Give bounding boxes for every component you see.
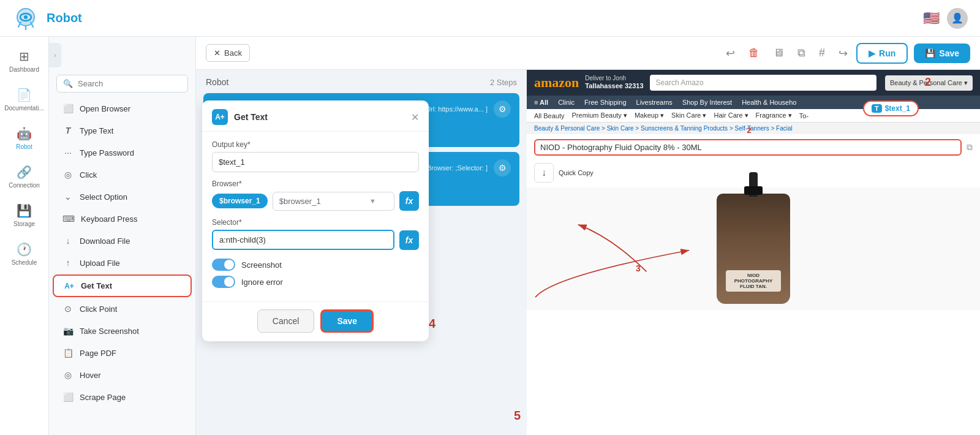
sidebar-item-scrape-page[interactable]: ⬜ Scrape Page <box>53 387 192 407</box>
subnav-all-beauty[interactable]: All Beauty <box>534 112 565 119</box>
nav-label-robot: Robot <box>16 143 32 150</box>
toolbar-actions: ↩ 🗑 🖥 ⧉ # ↪ <box>723 44 850 62</box>
left-nav: ⊞ Dashboard 📄 Documentati... 🤖 Robot 🔗 C… <box>0 37 49 435</box>
sidebar-item-hover[interactable]: ◎ Hover <box>53 365 192 385</box>
search-icon: 🔍 <box>63 79 73 88</box>
step-get-text-gear[interactable]: ⚙ <box>494 159 511 176</box>
product-image-area: NIODPHOTOGRAPHYFLUID TAN. <box>527 187 980 310</box>
open-browser-icon: ⬜ <box>62 104 74 113</box>
output-key-input[interactable] <box>212 152 419 172</box>
step-open-browser-gear[interactable]: ⚙ <box>494 100 511 118</box>
ignore-error-toggle-row: Ignore error <box>212 276 419 288</box>
steps-panel: Robot 2 Steps ⬜ Open Browser [ Url: http… <box>196 70 527 435</box>
sidebar-item-get-text[interactable]: A+ Get Text <box>53 274 192 297</box>
dashboard-icon: ⊞ <box>19 49 29 64</box>
scrape-page-icon: ⬜ <box>62 392 74 402</box>
search-input[interactable] <box>78 79 181 88</box>
browser-input[interactable] <box>273 192 394 211</box>
subnav-more[interactable]: To- <box>799 112 809 119</box>
product-title-bar: NIOD - Photography Fluid Opacity 8% - 30… <box>527 134 980 161</box>
amazon-nav-shopby[interactable]: Shop By Interest <box>682 99 732 106</box>
amazon-nav-all[interactable]: ≡ All <box>534 99 548 106</box>
nav-item-connection[interactable]: 🔗 Connection <box>3 159 46 195</box>
ignore-error-toggle[interactable] <box>212 276 235 288</box>
sidebar-label-click-point: Click Point <box>80 304 117 314</box>
text-badge-t2: T <box>872 104 882 113</box>
selector-fx-button[interactable]: fx <box>399 230 419 250</box>
get-text-modal: A+ Get Text ✕ Output key* Browser* $brow… <box>202 100 429 341</box>
step-get-text-info: [ Browser: ;Selector: ] <box>423 164 488 172</box>
redo-button[interactable]: ↪ <box>836 44 850 62</box>
amazon-nav-freeship[interactable]: Free Shipping <box>584 99 627 106</box>
sidebar-collapse-btn[interactable]: › <box>49 43 61 67</box>
subnav-skincare[interactable]: Skin Care ▾ <box>671 112 706 119</box>
top-bar-right: 🇺🇸 👤 <box>923 8 968 29</box>
nav-item-documentation[interactable]: 📄 Documentati... <box>3 81 46 118</box>
back-button[interactable]: ✕ Back <box>206 44 250 62</box>
subnav-haircare[interactable]: Hair Care ▾ <box>714 112 748 119</box>
sidebar-item-upload-file[interactable]: ↑ Upload File <box>53 252 192 273</box>
app-title: Robot <box>47 11 82 25</box>
nav-label-storage: Storage <box>13 221 35 227</box>
back-label: Back <box>224 48 242 58</box>
copy-icon[interactable]: ⧉ <box>967 142 973 153</box>
keyboard-press-icon: ⌨ <box>62 214 75 224</box>
delete-button[interactable]: 🗑 <box>746 44 762 62</box>
sidebar-item-download-file[interactable]: ↓ Download File <box>53 230 192 251</box>
sidebar-item-page-pdf[interactable]: 📋 Page PDF <box>53 342 192 363</box>
download-file-icon: ↓ <box>62 236 74 246</box>
connection-icon: 🔗 <box>17 165 32 180</box>
nav-item-storage[interactable]: 💾 Storage <box>3 197 46 233</box>
bottle-label: NIODPHOTOGRAPHYFLUID TAN. <box>726 270 781 292</box>
screenshot-toggle-row: Screenshot <box>212 259 419 271</box>
subnav-premium[interactable]: Premium Beauty ▾ <box>572 112 627 119</box>
screenshot-toggle[interactable] <box>212 259 235 271</box>
monitor-button[interactable]: 🖥 <box>771 44 786 62</box>
hash-button[interactable]: # <box>816 44 827 62</box>
modal-cancel-button[interactable]: Cancel <box>257 309 315 333</box>
main-layout: ⊞ Dashboard 📄 Documentati... 🤖 Robot 🔗 C… <box>0 37 980 435</box>
save-button[interactable]: 💾 Save <box>914 44 970 63</box>
sidebar-item-type-text[interactable]: T Type Text <box>53 120 192 141</box>
selector-label: Selector* <box>212 218 419 227</box>
page-pdf-icon: 📋 <box>62 348 74 358</box>
layers-button[interactable]: ⧉ <box>795 44 808 62</box>
canvas-area: Robot 2 Steps ⬜ Open Browser [ Url: http… <box>196 70 980 435</box>
sidebar-item-open-browser[interactable]: ⬜ Open Browser <box>53 98 192 119</box>
amazon-location: Deliver to Jonh Tallahassee 32313 <box>585 75 643 90</box>
user-avatar[interactable]: 👤 <box>947 8 968 29</box>
amazon-nav-clinic[interactable]: Clinic <box>558 99 575 106</box>
run-button[interactable]: ▶ Run <box>856 43 908 64</box>
quick-copy-button[interactable]: ↓ <box>534 163 554 183</box>
main-content: ✕ Back ↩ 🗑 🖥 ⧉ # ↪ ▶ Run 💾 Save <box>196 37 980 435</box>
subnav-fragrance[interactable]: Fragrance ▾ <box>756 112 792 119</box>
modal-close-button[interactable]: ✕ <box>411 112 419 123</box>
selector-input[interactable] <box>212 230 394 250</box>
sidebar-label-keyboard-press: Keyboard Press <box>81 214 138 224</box>
sidebar-item-take-screenshot[interactable]: 📷 Take Screenshot <box>53 320 192 341</box>
amazon-nav-livestreams[interactable]: Livestreams <box>636 99 673 106</box>
subnav-makeup[interactable]: Makeup ▾ <box>635 112 664 119</box>
take-screenshot-icon: 📷 <box>62 326 74 336</box>
nav-item-schedule[interactable]: 🕐 Schedule <box>3 236 46 272</box>
sidebar-item-select-option[interactable]: ⌄ Select Option <box>53 186 192 207</box>
logo-area: Robot <box>12 5 82 32</box>
browser-dropdown-icon: ▼ <box>369 197 376 205</box>
sidebar-label-get-text: Get Text <box>81 281 112 290</box>
browser-fx-button[interactable]: fx <box>399 191 419 211</box>
amazon-logo: amazon <box>534 75 579 91</box>
sidebar-item-type-password[interactable]: ··· Type Password <box>53 142 192 163</box>
amazon-location-line2: Tallahassee 32313 <box>585 82 643 90</box>
modal-save-button[interactable]: Save <box>320 309 374 333</box>
schedule-icon: 🕐 <box>17 242 32 257</box>
undo-button[interactable]: ↩ <box>723 44 737 62</box>
sidebar-item-click[interactable]: ◎ Click <box>53 164 192 185</box>
sidebar-item-keyboard-press[interactable]: ⌨ Keyboard Press <box>53 208 192 229</box>
amazon-nav-health[interactable]: Health & Househo <box>742 99 796 106</box>
nav-item-robot[interactable]: 🤖 Robot <box>3 120 46 156</box>
sidebar-item-click-point[interactable]: ⊙ Click Point <box>53 298 192 319</box>
nav-item-dashboard[interactable]: ⊞ Dashboard <box>3 43 46 79</box>
hover-icon: ◎ <box>62 370 74 380</box>
main-toolbar: ✕ Back ↩ 🗑 🖥 ⧉ # ↪ ▶ Run 💾 Save <box>196 37 980 70</box>
amazon-search-box[interactable]: Search Amazo <box>650 75 876 91</box>
